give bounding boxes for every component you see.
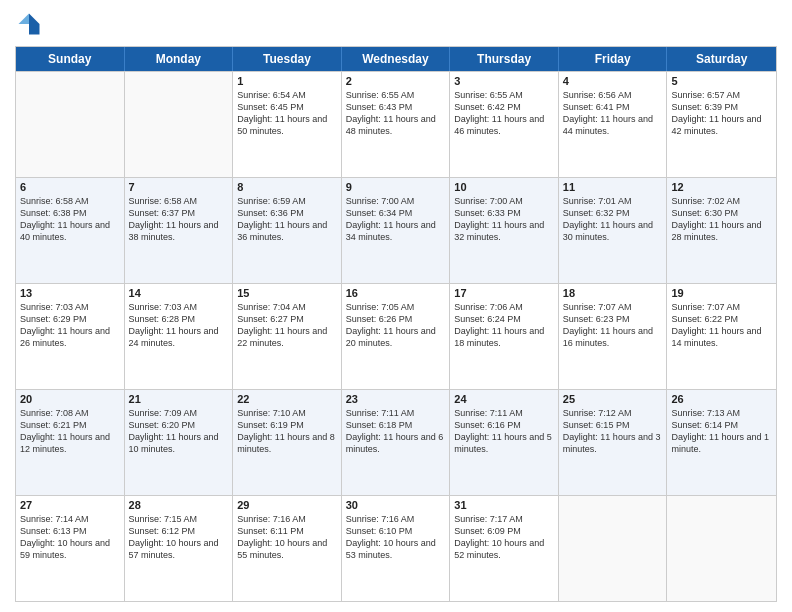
day-number: 13 (20, 287, 120, 299)
calendar-header-row: SundayMondayTuesdayWednesdayThursdayFrid… (16, 47, 776, 71)
day-number: 11 (563, 181, 663, 193)
day-number: 2 (346, 75, 446, 87)
day-number: 7 (129, 181, 229, 193)
cal-cell (667, 496, 776, 601)
cal-cell: 22Sunrise: 7:10 AM Sunset: 6:19 PM Dayli… (233, 390, 342, 495)
day-number: 17 (454, 287, 554, 299)
day-number: 27 (20, 499, 120, 511)
day-number: 28 (129, 499, 229, 511)
cal-header-saturday: Saturday (667, 47, 776, 71)
day-number: 22 (237, 393, 337, 405)
cal-cell: 19Sunrise: 7:07 AM Sunset: 6:22 PM Dayli… (667, 284, 776, 389)
logo-icon (15, 10, 43, 38)
cell-info: Sunrise: 7:00 AM Sunset: 6:34 PM Dayligh… (346, 195, 446, 244)
day-number: 30 (346, 499, 446, 511)
day-number: 29 (237, 499, 337, 511)
cell-info: Sunrise: 7:03 AM Sunset: 6:28 PM Dayligh… (129, 301, 229, 350)
cell-info: Sunrise: 7:05 AM Sunset: 6:26 PM Dayligh… (346, 301, 446, 350)
cal-cell: 14Sunrise: 7:03 AM Sunset: 6:28 PM Dayli… (125, 284, 234, 389)
svg-marker-2 (19, 14, 30, 25)
cal-row-3: 20Sunrise: 7:08 AM Sunset: 6:21 PM Dayli… (16, 389, 776, 495)
cell-info: Sunrise: 7:13 AM Sunset: 6:14 PM Dayligh… (671, 407, 772, 456)
day-number: 21 (129, 393, 229, 405)
cal-cell: 30Sunrise: 7:16 AM Sunset: 6:10 PM Dayli… (342, 496, 451, 601)
day-number: 19 (671, 287, 772, 299)
cell-info: Sunrise: 7:07 AM Sunset: 6:22 PM Dayligh… (671, 301, 772, 350)
cell-info: Sunrise: 7:06 AM Sunset: 6:24 PM Dayligh… (454, 301, 554, 350)
day-number: 26 (671, 393, 772, 405)
day-number: 25 (563, 393, 663, 405)
logo (15, 10, 47, 38)
cal-row-1: 6Sunrise: 6:58 AM Sunset: 6:38 PM Daylig… (16, 177, 776, 283)
cell-info: Sunrise: 7:02 AM Sunset: 6:30 PM Dayligh… (671, 195, 772, 244)
cal-cell (16, 72, 125, 177)
cal-cell: 31Sunrise: 7:17 AM Sunset: 6:09 PM Dayli… (450, 496, 559, 601)
cal-cell: 1Sunrise: 6:54 AM Sunset: 6:45 PM Daylig… (233, 72, 342, 177)
cell-info: Sunrise: 7:07 AM Sunset: 6:23 PM Dayligh… (563, 301, 663, 350)
day-number: 9 (346, 181, 446, 193)
cal-cell: 25Sunrise: 7:12 AM Sunset: 6:15 PM Dayli… (559, 390, 668, 495)
cal-header-wednesday: Wednesday (342, 47, 451, 71)
day-number: 1 (237, 75, 337, 87)
cal-cell: 3Sunrise: 6:55 AM Sunset: 6:42 PM Daylig… (450, 72, 559, 177)
svg-marker-1 (29, 24, 40, 35)
day-number: 18 (563, 287, 663, 299)
cell-info: Sunrise: 7:01 AM Sunset: 6:32 PM Dayligh… (563, 195, 663, 244)
cell-info: Sunrise: 7:15 AM Sunset: 6:12 PM Dayligh… (129, 513, 229, 562)
cal-cell: 12Sunrise: 7:02 AM Sunset: 6:30 PM Dayli… (667, 178, 776, 283)
cal-row-2: 13Sunrise: 7:03 AM Sunset: 6:29 PM Dayli… (16, 283, 776, 389)
cell-info: Sunrise: 6:56 AM Sunset: 6:41 PM Dayligh… (563, 89, 663, 138)
cal-cell: 7Sunrise: 6:58 AM Sunset: 6:37 PM Daylig… (125, 178, 234, 283)
cal-cell: 20Sunrise: 7:08 AM Sunset: 6:21 PM Dayli… (16, 390, 125, 495)
svg-marker-0 (29, 14, 40, 25)
cell-info: Sunrise: 7:17 AM Sunset: 6:09 PM Dayligh… (454, 513, 554, 562)
cal-cell: 4Sunrise: 6:56 AM Sunset: 6:41 PM Daylig… (559, 72, 668, 177)
day-number: 3 (454, 75, 554, 87)
cell-info: Sunrise: 6:59 AM Sunset: 6:36 PM Dayligh… (237, 195, 337, 244)
cell-info: Sunrise: 7:11 AM Sunset: 6:18 PM Dayligh… (346, 407, 446, 456)
cal-header-friday: Friday (559, 47, 668, 71)
day-number: 23 (346, 393, 446, 405)
cal-cell: 6Sunrise: 6:58 AM Sunset: 6:38 PM Daylig… (16, 178, 125, 283)
header (15, 10, 777, 38)
cal-cell: 9Sunrise: 7:00 AM Sunset: 6:34 PM Daylig… (342, 178, 451, 283)
cal-cell: 5Sunrise: 6:57 AM Sunset: 6:39 PM Daylig… (667, 72, 776, 177)
cal-cell: 13Sunrise: 7:03 AM Sunset: 6:29 PM Dayli… (16, 284, 125, 389)
day-number: 16 (346, 287, 446, 299)
cal-cell: 11Sunrise: 7:01 AM Sunset: 6:32 PM Dayli… (559, 178, 668, 283)
cal-cell: 27Sunrise: 7:14 AM Sunset: 6:13 PM Dayli… (16, 496, 125, 601)
cell-info: Sunrise: 7:09 AM Sunset: 6:20 PM Dayligh… (129, 407, 229, 456)
cal-cell: 17Sunrise: 7:06 AM Sunset: 6:24 PM Dayli… (450, 284, 559, 389)
day-number: 8 (237, 181, 337, 193)
cell-info: Sunrise: 6:58 AM Sunset: 6:37 PM Dayligh… (129, 195, 229, 244)
day-number: 24 (454, 393, 554, 405)
cell-info: Sunrise: 7:14 AM Sunset: 6:13 PM Dayligh… (20, 513, 120, 562)
day-number: 4 (563, 75, 663, 87)
cal-cell: 26Sunrise: 7:13 AM Sunset: 6:14 PM Dayli… (667, 390, 776, 495)
cal-cell: 16Sunrise: 7:05 AM Sunset: 6:26 PM Dayli… (342, 284, 451, 389)
cell-info: Sunrise: 6:55 AM Sunset: 6:42 PM Dayligh… (454, 89, 554, 138)
day-number: 14 (129, 287, 229, 299)
page: SundayMondayTuesdayWednesdayThursdayFrid… (0, 0, 792, 612)
cal-cell (559, 496, 668, 601)
cal-cell: 15Sunrise: 7:04 AM Sunset: 6:27 PM Dayli… (233, 284, 342, 389)
cal-header-sunday: Sunday (16, 47, 125, 71)
cal-header-tuesday: Tuesday (233, 47, 342, 71)
cell-info: Sunrise: 7:16 AM Sunset: 6:11 PM Dayligh… (237, 513, 337, 562)
cal-header-monday: Monday (125, 47, 234, 71)
calendar-body: 1Sunrise: 6:54 AM Sunset: 6:45 PM Daylig… (16, 71, 776, 601)
cell-info: Sunrise: 6:58 AM Sunset: 6:38 PM Dayligh… (20, 195, 120, 244)
cal-cell: 23Sunrise: 7:11 AM Sunset: 6:18 PM Dayli… (342, 390, 451, 495)
cell-info: Sunrise: 7:03 AM Sunset: 6:29 PM Dayligh… (20, 301, 120, 350)
cal-cell: 28Sunrise: 7:15 AM Sunset: 6:12 PM Dayli… (125, 496, 234, 601)
cell-info: Sunrise: 6:57 AM Sunset: 6:39 PM Dayligh… (671, 89, 772, 138)
day-number: 10 (454, 181, 554, 193)
day-number: 15 (237, 287, 337, 299)
cell-info: Sunrise: 7:16 AM Sunset: 6:10 PM Dayligh… (346, 513, 446, 562)
cal-cell (125, 72, 234, 177)
day-number: 6 (20, 181, 120, 193)
cal-cell: 24Sunrise: 7:11 AM Sunset: 6:16 PM Dayli… (450, 390, 559, 495)
cell-info: Sunrise: 7:00 AM Sunset: 6:33 PM Dayligh… (454, 195, 554, 244)
cal-cell: 29Sunrise: 7:16 AM Sunset: 6:11 PM Dayli… (233, 496, 342, 601)
cal-cell: 21Sunrise: 7:09 AM Sunset: 6:20 PM Dayli… (125, 390, 234, 495)
